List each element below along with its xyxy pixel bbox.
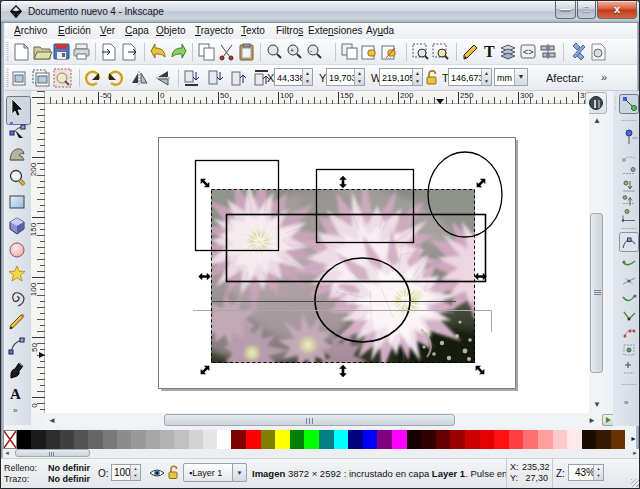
svg-text:A: A bbox=[10, 386, 21, 402]
svg-text:+: + bbox=[290, 47, 294, 54]
svg-text:<>: <> bbox=[523, 47, 534, 57]
svg-text:»: » bbox=[13, 406, 18, 415]
svg-text:T: T bbox=[484, 43, 495, 60]
svg-text:abc: abc bbox=[632, 135, 638, 140]
svg-text:»: » bbox=[624, 398, 629, 407]
